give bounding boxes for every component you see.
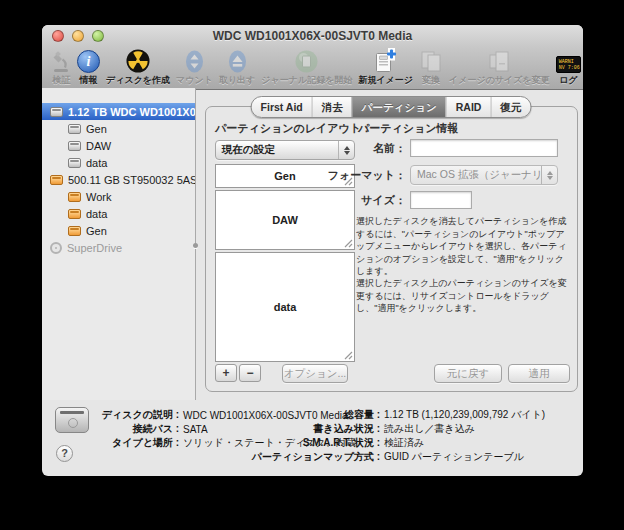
burn-icon	[126, 48, 150, 73]
sidebar-item-label: SuperDrive	[67, 242, 122, 254]
eject-icon	[228, 48, 247, 73]
info-row: 書き込み状況 : 読み出し／書き込み	[192, 422, 545, 436]
close-button[interactable]	[52, 30, 64, 42]
sidebar-resize-handle[interactable]	[193, 243, 198, 248]
resize-grip-icon[interactable]	[344, 239, 353, 248]
size-label: サイズ：	[206, 193, 406, 208]
info-value: 検証済み	[384, 436, 424, 450]
disk-utility-window: WDC WD1001X06X-00SJVT0 Media 検証 i 情報	[42, 25, 583, 476]
toolbar: 検証 i 情報 ディスクを作成	[42, 47, 583, 90]
toolbar-new-image-button[interactable]: 新規イメージ	[358, 48, 413, 87]
add-partition-button[interactable]: +	[215, 364, 237, 382]
sidebar-item-volume-daw[interactable]: DAW	[42, 137, 195, 154]
partition-info-heading: パーティション情報	[358, 121, 459, 136]
apply-button: 適用	[508, 364, 570, 383]
info-label: パーティションマップ方式 :	[192, 450, 380, 464]
volume-icon	[68, 226, 81, 236]
name-row: 名前：	[206, 139, 571, 157]
help-text-create: 選択したディスクを消去してパーティションを作成するには、"パーティションのレイア…	[356, 215, 572, 278]
name-field[interactable]	[410, 139, 558, 157]
mode-tabs: First Aid 消去 パーティション RAID 復元	[251, 96, 532, 118]
popup-stepper-icon	[541, 166, 557, 184]
toolbar-label: ジャーナル記録を開始	[261, 74, 352, 87]
format-row: フォーマット： Mac OS 拡張（ジャーナリング）	[206, 165, 571, 185]
toolbar-info-button[interactable]: i 情報	[77, 48, 100, 87]
toolbar-verify-button: 検証	[52, 48, 71, 87]
disk-info-footer: ? ディスクの説明 : WDC WD1001X06X-00SJVT0 Media…	[42, 400, 583, 476]
info-value: GUID パーティションテーブル	[384, 450, 524, 464]
toolbar-label: 情報	[80, 74, 98, 87]
help-button[interactable]: ?	[56, 445, 73, 462]
sidebar-item-label: Work	[86, 191, 111, 203]
toolbar-convert-button: 変換	[419, 48, 443, 87]
help-text-resize: 選択したディスク上のパーティションのサイズを変更するには、リサイズコントロールを…	[356, 277, 572, 315]
superdrive-icon	[50, 242, 62, 254]
minimize-button[interactable]	[72, 30, 84, 42]
convert-icon	[419, 48, 443, 73]
log-icon: WARNI NV 7:06	[556, 48, 581, 73]
info-label: ディスクの説明 :	[93, 408, 179, 422]
info-label: タイプと場所 :	[93, 436, 179, 450]
toolbar-burn-button[interactable]: ディスクを作成	[106, 48, 170, 87]
info-value: 読み出し／書き込み	[384, 422, 475, 436]
toolbar-label: 新規イメージ	[358, 74, 413, 87]
tab-first-aid[interactable]: First Aid	[252, 97, 312, 117]
partition-box-data[interactable]: data	[215, 252, 355, 362]
microscope-icon	[52, 48, 71, 73]
toolbar-mount-button: マウント	[176, 48, 213, 87]
journal-icon	[295, 48, 318, 73]
sidebar-item-label: 500.11 GB ST950032 5ASG	[68, 174, 195, 186]
info-label: 接続バス :	[93, 422, 179, 436]
size-row: サイズ：	[206, 191, 571, 209]
disk-info-right: 総容量 : 1.12 TB (1,120,239,009,792 バイト) 書き…	[192, 408, 545, 464]
device-sidebar: 1.12 TB WDC WD1001X06... Gen DAW data 50…	[42, 88, 196, 400]
new-image-icon	[374, 48, 397, 73]
tab-restore[interactable]: 復元	[490, 97, 530, 117]
sidebar-item-label: 1.12 TB WDC WD1001X06...	[68, 106, 195, 118]
sidebar-item-volume-data[interactable]: data	[42, 154, 195, 171]
tab-partition[interactable]: パーティション	[352, 97, 446, 117]
volume-icon	[68, 209, 81, 219]
toolbar-label: 検証	[53, 74, 71, 87]
zoom-button[interactable]	[92, 30, 104, 42]
revert-button: 元に戻す	[434, 364, 502, 383]
info-row: S.M.A.R.T. 状況 : 検証済み	[192, 436, 545, 450]
sidebar-item-disk-wdc[interactable]: 1.12 TB WDC WD1001X06...	[42, 103, 195, 120]
window-controls	[52, 30, 104, 42]
toolbar-label: イメージのサイズを変更	[449, 74, 550, 87]
titlebar[interactable]: WDC WD1001X06X-00SJVT0 Media	[42, 25, 583, 47]
toolbar-label: 取り出す	[219, 74, 255, 87]
volume-icon	[68, 158, 81, 168]
format-select: Mac OS 拡張（ジャーナリング）	[410, 165, 558, 185]
sidebar-item-volume-gen[interactable]: Gen	[42, 120, 195, 137]
sidebar-item-volume-data2[interactable]: data	[42, 205, 195, 222]
sidebar-item-superdrive[interactable]: SuperDrive	[42, 239, 195, 256]
sidebar-item-volume-gen2[interactable]: Gen	[42, 222, 195, 239]
tab-raid[interactable]: RAID	[446, 97, 491, 117]
toolbar-eject-button: 取り出す	[219, 48, 255, 87]
mount-icon	[185, 48, 204, 73]
remove-partition-button[interactable]: −	[239, 364, 261, 382]
partition-name: DAW	[272, 214, 298, 226]
sidebar-item-disk-seagate[interactable]: 500.11 GB ST950032 5ASG	[42, 171, 195, 188]
format-select-value: Mac OS 拡張（ジャーナリング）	[411, 168, 541, 182]
tab-erase[interactable]: 消去	[312, 97, 352, 117]
resize-grip-icon[interactable]	[344, 351, 353, 360]
format-label: フォーマット：	[206, 168, 406, 183]
toolbar-log-button[interactable]: WARNI NV 7:06 ログ	[556, 48, 581, 87]
external-disk-icon	[50, 175, 63, 185]
info-icon: i	[77, 48, 100, 73]
desktop: { "window": { "title": "WDC WD1001X06X-0…	[0, 0, 624, 530]
volume-icon	[68, 124, 81, 134]
sidebar-item-label: data	[86, 208, 107, 220]
size-field[interactable]	[410, 191, 472, 209]
info-row: パーティションマップ方式 : GUID パーティションテーブル	[192, 450, 545, 464]
internal-disk-icon	[50, 107, 63, 117]
sidebar-item-label: Gen	[86, 225, 107, 237]
info-label: S.M.A.R.T. 状況 :	[192, 436, 380, 450]
partition-pane: パーティションのレイアウト： パーティション情報 現在の設定 Gen DAW d…	[205, 106, 578, 392]
volume-icon	[68, 192, 81, 202]
sidebar-item-volume-work[interactable]: Work	[42, 188, 195, 205]
toolbar-resize-image-button: イメージのサイズを変更	[449, 48, 550, 87]
sidebar-item-label: Gen	[86, 123, 107, 135]
